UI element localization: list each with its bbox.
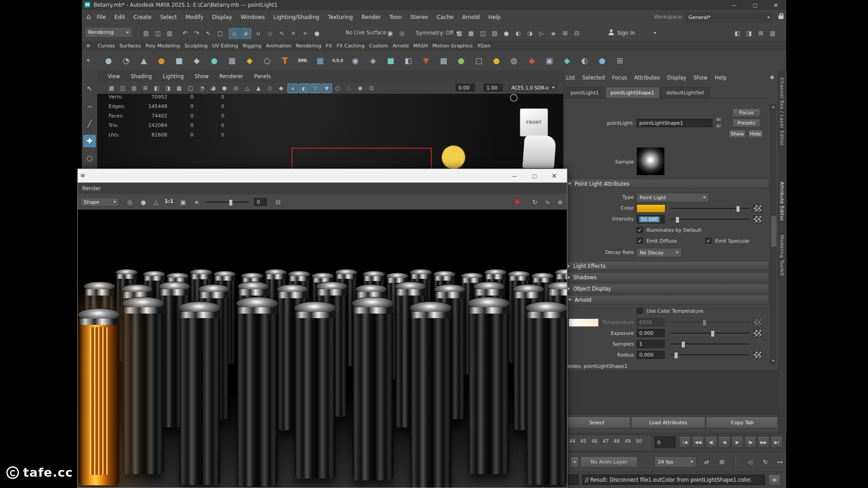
color-slider[interactable] xyxy=(670,208,750,210)
side-tab-attribute-editor[interactable]: Attribute Editor xyxy=(779,182,785,221)
command-result-field[interactable]: // Result: Disconnect file1.outColor fro… xyxy=(582,474,765,485)
vp-menu-lighting[interactable]: Lighting xyxy=(163,73,184,80)
ae-menu-show[interactable]: Show xyxy=(693,75,708,81)
menu-create[interactable]: Create xyxy=(133,14,151,20)
vp-menu-renderer[interactable]: Renderer xyxy=(220,73,244,80)
radius-field[interactable]: 0.000 xyxy=(637,351,665,359)
viewport-gear-icon[interactable] xyxy=(510,94,518,102)
shelf-icon[interactable]: ⊞ xyxy=(612,52,628,69)
viewport-toolbar-icon[interactable]: ◌ xyxy=(344,84,354,92)
color-map-button[interactable] xyxy=(753,205,762,212)
viewport-toolbar-icon[interactable]: ● xyxy=(220,84,229,92)
status-icon[interactable]: □ xyxy=(215,28,225,38)
copy-tab-button[interactable]: Copy Tab xyxy=(706,417,778,428)
menu-file[interactable]: File xyxy=(97,14,106,20)
status-icon[interactable]: ↶ xyxy=(180,28,190,38)
status-icon[interactable]: ◇ xyxy=(265,28,275,38)
section-object-display[interactable]: Object Display xyxy=(564,284,769,293)
shelf-icon[interactable]: ▲ xyxy=(136,52,152,69)
script-editor-button[interactable]: ≡ xyxy=(769,474,780,485)
render-exposure-slider[interactable] xyxy=(205,202,249,203)
status-icon[interactable]: ∪ xyxy=(229,28,240,39)
render-menu[interactable]: Render xyxy=(82,185,101,192)
playback-button[interactable]: ▶| xyxy=(771,436,783,448)
illuminates-checkbox[interactable] xyxy=(637,227,643,233)
viewport-toolbar-icon[interactable]: ▽ xyxy=(310,84,321,93)
shelf-tab-motion-graphics[interactable]: Motion Graphics xyxy=(432,43,472,49)
radius-slider-handle[interactable] xyxy=(674,352,678,359)
vp-menu-show[interactable]: Show xyxy=(195,73,209,80)
ae-menu-display[interactable]: Display xyxy=(667,75,686,81)
menu-modify[interactable]: Modify xyxy=(185,14,203,20)
scroll-up-arrow[interactable]: ▲ xyxy=(770,104,776,110)
viewport-toolbar-icon[interactable]: ◐ xyxy=(299,84,309,93)
viewport-toolbar-icon[interactable]: ⊡ xyxy=(367,84,376,92)
loop-mode-icon[interactable]: ⇄ xyxy=(702,457,712,466)
status-icon[interactable]: ● xyxy=(501,28,511,38)
render-settings-gear-icon[interactable]: ⊛ xyxy=(555,197,565,206)
pin-icon[interactable]: ◉ xyxy=(769,73,776,80)
show-button[interactable]: Show xyxy=(729,130,746,138)
status-icon[interactable]: ▤ xyxy=(490,28,500,38)
status-icon[interactable]: ▤ xyxy=(141,28,151,38)
render-view-titlebar[interactable] xyxy=(78,169,567,183)
ae-extra-button-top[interactable]: ▸ xyxy=(715,117,722,122)
symmetry-dropdown[interactable]: Symmetry: Off xyxy=(416,28,459,38)
update-view-icon[interactable]: ↻ xyxy=(760,457,770,466)
viewport-toolbar-icon[interactable]: ▦ xyxy=(107,84,116,92)
viewport-toolbar-icon[interactable]: ⊞ xyxy=(141,84,150,92)
rotate-tool[interactable]: ○ xyxy=(83,152,96,164)
render-exposure-value[interactable]: 0 xyxy=(254,198,267,206)
section-shadows[interactable]: Shadows xyxy=(564,272,769,282)
render-view-minimize-button[interactable]: — xyxy=(505,169,524,183)
lasso-tool[interactable]: ∽ xyxy=(83,100,96,113)
shelf-icon[interactable]: ◆ xyxy=(524,52,540,69)
tab-pointlight1[interactable]: pointLight1 xyxy=(565,87,604,98)
shelf-icon[interactable]: □ xyxy=(471,52,487,69)
vp-menu-shading[interactable]: Shading xyxy=(131,73,152,80)
graph-snap-icon[interactable]: ⊞ xyxy=(717,457,727,466)
shelf-tab-arnold[interactable]: Arnold xyxy=(392,43,409,49)
point-light-manipulator[interactable] xyxy=(442,145,465,169)
paint-select-tool[interactable]: ╱ xyxy=(83,117,96,130)
shelf-icon[interactable]: ◈ xyxy=(365,52,381,69)
minimize-button[interactable]: — xyxy=(724,0,744,10)
viewport-toolbar-icon[interactable]: ▩ xyxy=(175,84,184,92)
menu-render[interactable]: Render xyxy=(362,14,381,20)
ae-menu-help[interactable]: Help xyxy=(715,75,726,81)
scrollbar-thumb[interactable] xyxy=(771,216,777,247)
viewport-toolbar-icon[interactable]: ▲ xyxy=(254,84,263,92)
maximize-button[interactable]: □ xyxy=(745,0,765,10)
shelf-menu-icon[interactable]: ≡ xyxy=(84,42,92,50)
status-icon[interactable]: ⊞ xyxy=(560,28,570,38)
samples-slider-handle[interactable] xyxy=(681,341,685,348)
menu-lighting-shading[interactable]: Lighting/Shading xyxy=(274,14,319,20)
viewport-toolbar-icon[interactable]: ◫ xyxy=(118,84,127,92)
shelf-icon[interactable]: ◉ xyxy=(347,52,363,69)
viewport-toolbar-icon[interactable]: ▤ xyxy=(129,84,139,92)
status-icon[interactable]: ⊡ xyxy=(572,28,582,38)
shelf-icon[interactable]: ○ xyxy=(259,52,275,69)
intensity-slider-handle[interactable] xyxy=(675,216,679,223)
tab-defaultlightset[interactable]: defaultLightSet xyxy=(660,87,709,98)
shelf-icon[interactable]: ● xyxy=(453,52,469,69)
menu-edit[interactable]: Edit xyxy=(114,14,125,20)
status-icon[interactable]: ◎ xyxy=(397,28,407,38)
presets-button[interactable]: Presets xyxy=(732,119,760,127)
shelf-icon[interactable]: ▣ xyxy=(541,52,557,69)
node-name-field[interactable]: pointLightShape1 xyxy=(637,119,712,127)
shelf-tab-animation[interactable]: Animation xyxy=(266,43,291,49)
viewport-toolbar-icon[interactable]: ◇ xyxy=(265,84,274,92)
viewport-toolbar-icon[interactable]: ◔ xyxy=(197,84,207,92)
menu-help[interactable]: Help xyxy=(488,14,500,20)
render-view-close-button[interactable]: × xyxy=(545,169,563,183)
render-camera-dropdown[interactable]: Shape xyxy=(80,197,119,206)
sign-in-caret-icon[interactable] xyxy=(654,32,656,34)
viewport-toolbar-icon[interactable]: ◎ xyxy=(231,84,241,92)
status-icon[interactable]: ∿ xyxy=(277,28,287,38)
fps-dropdown[interactable]: 24 fps xyxy=(655,456,696,467)
menu-toon[interactable]: Toon xyxy=(389,14,402,20)
render-region-icon[interactable]: ◎ xyxy=(125,197,135,206)
section-point-light-attributes[interactable]: Point Light Attributes xyxy=(564,179,769,188)
status-icon[interactable]: ↖ xyxy=(203,28,213,38)
